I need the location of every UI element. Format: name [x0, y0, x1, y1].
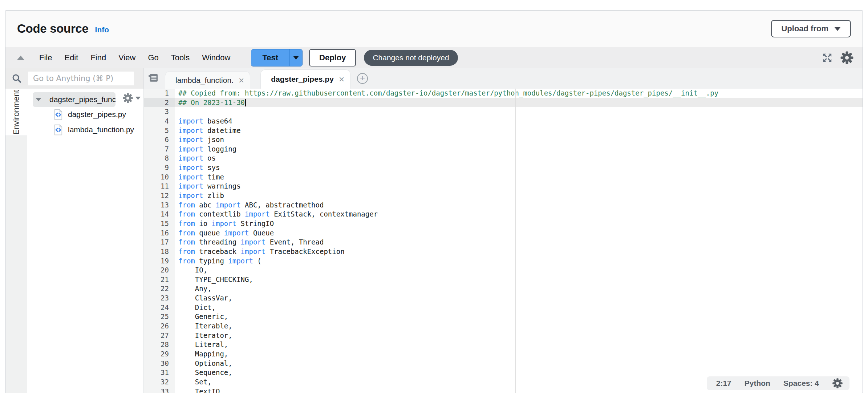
code-line[interactable]: 21 TYPE_CHECKING, — [144, 275, 863, 284]
code-text[interactable]: Iterator, — [175, 331, 232, 340]
new-tab-icon[interactable]: + — [357, 73, 368, 84]
line-number[interactable]: 3 — [144, 107, 175, 117]
line-number[interactable]: 7 — [144, 145, 175, 154]
code-text[interactable]: from typing import ( — [175, 256, 261, 266]
code-text[interactable]: import os — [175, 154, 216, 163]
line-number[interactable]: 32 — [144, 377, 175, 387]
code-line[interactable]: 14from contextlib import ExitStack, cont… — [144, 210, 863, 219]
code-text[interactable]: import warnings — [175, 182, 241, 191]
code-text[interactable]: Iterable, — [175, 322, 232, 331]
line-number[interactable]: 23 — [144, 294, 175, 303]
code-text[interactable]: from contextlib import ExitStack, contex… — [175, 210, 378, 219]
line-number[interactable]: 8 — [144, 154, 175, 163]
line-number[interactable]: 27 — [144, 331, 175, 340]
line-number[interactable]: 22 — [144, 284, 175, 294]
code-line[interactable]: 30 Optional, — [144, 359, 863, 368]
code-text[interactable]: ## Copied from: https://raw.githubuserco… — [175, 89, 718, 98]
code-line[interactable]: 18from traceback import TracebackExcepti… — [144, 247, 863, 256]
menu-item-edit[interactable]: Edit — [58, 53, 84, 62]
line-number[interactable]: 13 — [144, 201, 175, 210]
deploy-button[interactable]: Deploy — [309, 49, 356, 66]
code-line[interactable]: 11import warnings — [144, 182, 863, 191]
code-editor[interactable]: 1## Copied from: https://raw.githubuserc… — [144, 89, 863, 393]
code-text[interactable]: Set, — [175, 377, 212, 387]
line-number[interactable]: 24 — [144, 303, 175, 312]
code-line[interactable]: 24 Dict, — [144, 303, 863, 312]
code-line[interactable]: 27 Iterator, — [144, 331, 863, 340]
collapse-panel-icon[interactable] — [17, 56, 24, 60]
test-dropdown-button[interactable] — [289, 49, 302, 66]
code-text[interactable]: Dict, — [175, 303, 216, 312]
code-text[interactable]: TYPE_CHECKING, — [175, 275, 253, 284]
code-line[interactable]: 8import os — [144, 154, 863, 163]
indent-setting[interactable]: Spaces: 4 — [783, 379, 819, 388]
code-line[interactable]: 7import logging — [144, 145, 863, 154]
line-number[interactable]: 14 — [144, 210, 175, 219]
menu-item-file[interactable]: File — [33, 53, 58, 62]
goto-anything-input[interactable] — [28, 72, 134, 85]
line-number[interactable]: 31 — [144, 368, 175, 377]
tree-file-row[interactable]: lambda_function.py — [27, 122, 143, 137]
line-number[interactable]: 11 — [144, 182, 175, 191]
upload-from-button[interactable]: Upload from — [771, 20, 851, 37]
code-line[interactable]: 28 Literal, — [144, 340, 863, 349]
line-number[interactable]: 6 — [144, 135, 175, 145]
editor-tab[interactable]: dagster_pipes.py× — [260, 69, 350, 89]
search-icon[interactable] — [5, 73, 28, 84]
line-number[interactable]: 19 — [144, 256, 175, 266]
tree-settings-button[interactable] — [122, 92, 143, 105]
code-text[interactable]: Generic, — [175, 312, 228, 322]
line-number[interactable]: 15 — [144, 219, 175, 229]
code-text[interactable]: import time — [175, 173, 224, 182]
code-line[interactable]: 17from threading import Event, Thread — [144, 238, 863, 247]
tree-file-row[interactable]: dagster_pipes.py — [27, 107, 143, 122]
code-text[interactable]: ## On 2023-11-30 — [175, 98, 246, 108]
code-line[interactable]: 4import base64 — [144, 117, 863, 126]
code-text[interactable]: from io import StringIO — [175, 219, 274, 229]
cursor-position[interactable]: 2:17 — [716, 379, 731, 388]
code-text[interactable] — [175, 107, 178, 117]
line-number[interactable]: 17 — [144, 238, 175, 247]
line-number[interactable]: 2 — [144, 98, 175, 108]
code-text[interactable]: from abc import ABC, abstractmethod — [175, 201, 324, 210]
code-line[interactable]: 10import time — [144, 173, 863, 182]
line-number[interactable]: 20 — [144, 266, 175, 275]
editor-tab[interactable]: lambda_function.× — [165, 71, 250, 89]
language-mode[interactable]: Python — [745, 379, 770, 388]
code-line[interactable]: 5import datetime — [144, 126, 863, 136]
settings-gear-icon[interactable] — [840, 51, 854, 65]
test-button[interactable]: Test — [251, 49, 289, 66]
code-text[interactable]: import sys — [175, 163, 220, 173]
folder-disclosure-icon[interactable] — [36, 98, 41, 101]
menu-item-tools[interactable]: Tools — [165, 53, 196, 62]
code-line[interactable]: 25 Generic, — [144, 312, 863, 322]
menu-item-window[interactable]: Window — [196, 53, 236, 62]
environment-tab[interactable]: Environment — [5, 89, 27, 136]
tab-close-icon[interactable]: × — [239, 76, 244, 85]
code-line[interactable]: 6import json — [144, 135, 863, 145]
line-number[interactable]: 30 — [144, 359, 175, 368]
code-text[interactable]: from queue import Queue — [175, 229, 274, 238]
tree-folder-row[interactable]: dagster_pipes_funct — [33, 92, 115, 107]
line-number[interactable]: 25 — [144, 312, 175, 322]
code-text[interactable]: ClassVar, — [175, 294, 232, 303]
code-line[interactable]: 29 Mapping, — [144, 349, 863, 359]
code-line[interactable]: 15from io import StringIO — [144, 219, 863, 229]
code-line[interactable]: 22 Any, — [144, 284, 863, 294]
line-number[interactable]: 33 — [144, 387, 175, 393]
code-text[interactable]: TextIO — [175, 387, 220, 393]
code-text[interactable]: Mapping, — [175, 349, 228, 359]
line-number[interactable]: 1 — [144, 89, 175, 98]
line-number[interactable]: 21 — [144, 275, 175, 284]
line-number[interactable]: 10 — [144, 173, 175, 182]
line-number[interactable]: 29 — [144, 349, 175, 359]
editor-prefs-gear-icon[interactable] — [832, 378, 843, 389]
code-text[interactable]: IO, — [175, 266, 207, 275]
fullscreen-icon[interactable] — [822, 52, 833, 63]
line-number[interactable]: 12 — [144, 191, 175, 201]
line-number[interactable]: 4 — [144, 117, 175, 126]
menu-item-go[interactable]: Go — [142, 53, 165, 62]
line-number[interactable]: 16 — [144, 229, 175, 238]
code-line[interactable]: 1## Copied from: https://raw.githubuserc… — [144, 89, 863, 98]
code-line[interactable]: 2## On 2023-11-30 — [144, 98, 863, 108]
